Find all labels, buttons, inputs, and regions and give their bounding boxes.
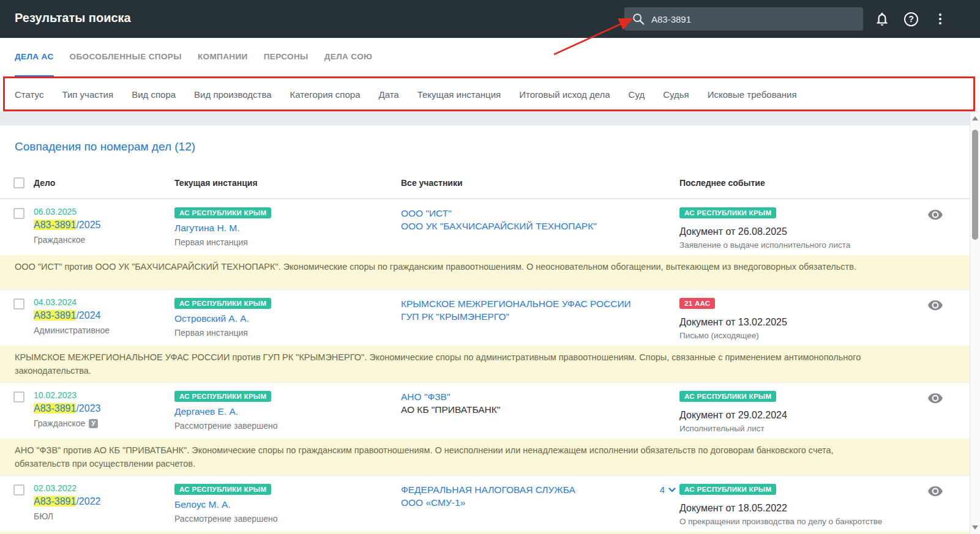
chevron-down-icon xyxy=(668,488,676,492)
filter-vid-proizvodstva[interactable]: Вид производства xyxy=(194,89,271,100)
kebab-menu-icon xyxy=(937,11,944,27)
case-number-link[interactable]: А83-3891/2023 xyxy=(34,403,174,414)
judge-link[interactable]: Лагутина Н. М. xyxy=(174,223,401,234)
case-number-link[interactable]: А83-3891/2022 xyxy=(34,496,174,507)
filter-tekushchaya-instantsiya[interactable]: Текущая инстанция xyxy=(417,89,501,100)
participant-link[interactable]: ООО УК "БАХЧИСАРАЙСКИЙ ТЕХНОПАРК" xyxy=(401,220,679,232)
participant-link[interactable]: ООО "ИСТ" xyxy=(401,207,679,220)
tab-kompanii[interactable]: КОМПАНИИ xyxy=(198,38,248,77)
section-title: Совпадения по номерам дел (12) xyxy=(0,125,970,167)
row-checkbox[interactable] xyxy=(13,299,24,310)
help-button[interactable]: ? xyxy=(904,0,918,38)
filter-tip-uchastiya[interactable]: Тип участия xyxy=(62,89,113,100)
tab-dela-as[interactable]: ДЕЛА АС xyxy=(15,38,54,77)
participant-link[interactable]: ФЕДЕРАЛЬНАЯ НАЛОГОВАЯ СЛУЖБА xyxy=(401,483,679,496)
column-header-case: Дело xyxy=(34,178,174,188)
scroll-up-arrow-icon[interactable] xyxy=(972,116,978,121)
case-number-suffix: /2025 xyxy=(76,220,100,230)
highlighted-match: А83-3891 xyxy=(34,220,76,230)
case-start-date: 10.02.2023 xyxy=(34,390,174,400)
event-court-badge: АС РЕСПУБЛИКИ КРЫМ xyxy=(679,207,776,218)
search-results-page: Результаты поиска ? ДЕЛА АС ОБОСОБЛЕННЫЕ… xyxy=(0,0,980,534)
search-input[interactable] xyxy=(651,14,856,24)
tab-persony[interactable]: ПЕРСОНЫ xyxy=(264,38,309,77)
filter-vid-spora[interactable]: Вид спора xyxy=(132,89,176,100)
participants-expand-button[interactable]: 4 xyxy=(660,484,676,495)
filter-status[interactable]: Статус xyxy=(15,89,43,100)
app-header: Результаты поиска ? xyxy=(0,0,980,38)
event-title: Документ от 26.08.2025 xyxy=(679,226,921,237)
case-number-suffix: /2024 xyxy=(76,310,100,321)
highlighted-match: А83-3891 xyxy=(34,310,76,321)
judge-link[interactable]: Белоус М. А. xyxy=(174,499,401,510)
case-number-suffix: /2022 xyxy=(76,496,100,506)
watch-case-button[interactable] xyxy=(927,483,943,502)
watch-case-button[interactable] xyxy=(927,207,943,225)
participant-link[interactable]: АНО "ФЗВ" xyxy=(401,390,679,403)
case-number-link[interactable]: А83-3891/2024 xyxy=(34,310,174,321)
court-badge: АС РЕСПУБЛИКИ КРЫМ xyxy=(174,207,271,218)
court-badge: АС РЕСПУБЛИКИ КРЫМ xyxy=(174,298,271,309)
page-title: Результаты поиска xyxy=(15,11,131,25)
event-title: Документ от 18.05.2022 xyxy=(679,503,921,514)
filters-bar: Статус Тип участия Вид спора Вид произво… xyxy=(0,77,980,111)
event-subtitle: Исполнительный лист xyxy=(679,424,921,433)
filter-sud[interactable]: Суд xyxy=(629,89,645,100)
event-court-badge: 21 ААС xyxy=(679,298,715,309)
case-type: ГражданскоеУ xyxy=(34,418,174,428)
eye-watch-icon xyxy=(927,390,943,406)
table-row: 04.03.2024 А83-3891/2024 Административно… xyxy=(0,289,970,346)
event-court-badge: АС РЕСПУБЛИКИ КРЫМ xyxy=(679,391,776,402)
case-type: Административное xyxy=(34,325,174,335)
app-menu-button[interactable] xyxy=(937,0,944,38)
vertical-scrollbar[interactable] xyxy=(970,112,980,534)
case-start-date: 06.03.2025 xyxy=(34,207,174,217)
tab-obosoblennye-spory[interactable]: ОБОСОБЛЕННЫЕ СПОРЫ xyxy=(70,38,182,77)
event-subtitle: О прекращении производства по делу о бан… xyxy=(679,517,921,526)
case-description xyxy=(0,532,970,534)
case-start-date: 04.03.2024 xyxy=(34,297,174,307)
filter-data[interactable]: Дата xyxy=(378,89,398,100)
select-all-checkbox[interactable] xyxy=(13,177,24,188)
filter-iskovye-trebovaniya[interactable]: Исковые требования xyxy=(708,89,797,100)
watch-case-button[interactable] xyxy=(927,297,943,316)
filter-kategoriya-spora[interactable]: Категория спора xyxy=(290,89,361,100)
judge-link[interactable]: Дергачев Е. А. xyxy=(174,406,401,417)
row-checkbox[interactable] xyxy=(13,208,24,219)
search-icon xyxy=(632,12,645,26)
help-icon: ? xyxy=(904,12,918,26)
global-search-box[interactable] xyxy=(624,7,863,31)
filter-sudya[interactable]: Судья xyxy=(663,89,689,100)
court-badge: АС РЕСПУБЛИКИ КРЫМ xyxy=(174,484,271,495)
result-tabs: ДЕЛА АС ОБОСОБЛЕННЫЕ СПОРЫ КОМПАНИИ ПЕРС… xyxy=(0,38,980,77)
case-number-suffix: /2023 xyxy=(76,403,100,413)
column-header-participants: Все участники xyxy=(401,178,679,188)
highlighted-match: А83-3891 xyxy=(34,403,76,413)
case-number-link[interactable]: А83-3891/2025 xyxy=(34,220,174,231)
participant-link[interactable]: КРЫМСКОЕ МЕЖРЕГИОНАЛЬНОЕ УФАС РОССИИ xyxy=(401,297,679,310)
event-title: Документ от 13.02.2025 xyxy=(679,317,921,328)
case-description: АНО "ФЗВ" против АО КБ "ПРИВАТБАНК". Эко… xyxy=(0,439,970,475)
scroll-down-arrow-icon[interactable] xyxy=(972,525,978,530)
event-title: Документ от 29.02.2024 xyxy=(679,410,921,421)
filter-itogovyi-iskhod[interactable]: Итоговый исход дела xyxy=(519,89,610,100)
table-row: 06.03.2025 А83-3891/2025 Гражданское АС … xyxy=(0,199,970,255)
participant-link[interactable]: ГУП РК "КРЫМЭНЕРГО" xyxy=(401,310,679,323)
scrollbar-thumb[interactable] xyxy=(972,130,978,240)
watch-case-button[interactable] xyxy=(927,390,943,409)
eye-watch-icon xyxy=(927,207,943,223)
section-gap xyxy=(0,111,980,125)
participants-more-count: 4 xyxy=(660,484,665,495)
judge-link[interactable]: Островский А. А. xyxy=(174,313,401,324)
participant-link[interactable]: ООО «СМУ-1» xyxy=(401,496,679,509)
event-subtitle: Письмо (исходящее) xyxy=(679,331,921,340)
event-court-badge: АС РЕСПУБЛИКИ КРЫМ xyxy=(679,484,776,495)
table-row: 10.02.2023 А83-3891/2023 ГражданскоеУ АС… xyxy=(0,382,970,439)
instance-stage: Рассмотрение завершено xyxy=(174,514,401,524)
tab-dela-soyu[interactable]: ДЕЛА СОЮ xyxy=(324,38,373,77)
notifications-button[interactable] xyxy=(874,0,890,38)
row-checkbox[interactable] xyxy=(13,484,24,495)
column-header-instance: Текущая инстанция xyxy=(174,178,401,188)
row-checkbox[interactable] xyxy=(13,391,24,402)
court-badge: АС РЕСПУБЛИКИ КРЫМ xyxy=(174,391,271,402)
